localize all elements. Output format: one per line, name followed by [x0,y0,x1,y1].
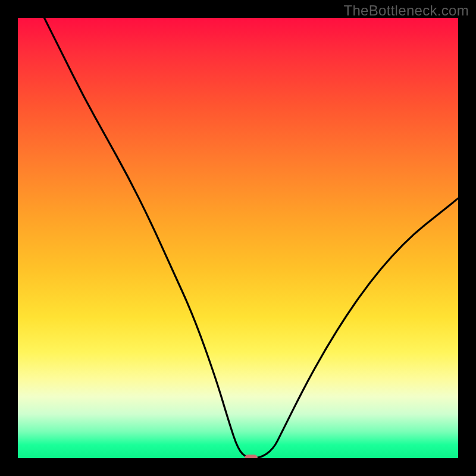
chart-frame: TheBottleneck.com [0,0,476,476]
minimum-marker [245,455,258,458]
plot-area [18,18,458,458]
watermark-text: TheBottleneck.com [343,2,469,19]
bottleneck-curve [18,18,458,458]
